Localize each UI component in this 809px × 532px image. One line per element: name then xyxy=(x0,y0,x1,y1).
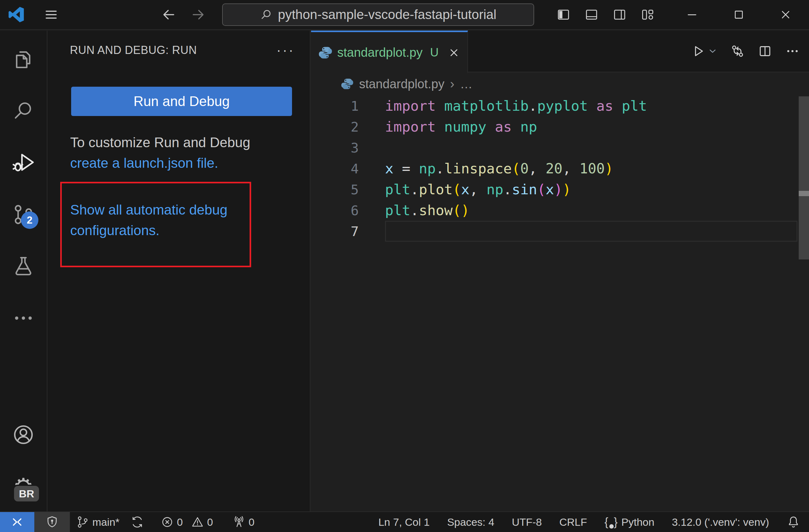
bell-icon[interactable] xyxy=(787,515,800,529)
sidebar-item-run-and-debug[interactable] xyxy=(11,150,36,175)
error-icon xyxy=(161,515,174,529)
error-count: 0 xyxy=(177,516,183,528)
forward-arrow-icon[interactable] xyxy=(190,7,206,22)
code-line[interactable]: 6plt.show() xyxy=(311,200,809,221)
problems-status[interactable]: 0 0 xyxy=(161,515,213,529)
breadcrumb-symbol[interactable]: … xyxy=(460,77,473,91)
code-line[interactable]: 7 xyxy=(311,221,809,242)
run-and-debug-sidebar: RUN AND DEBUG: RUN ··· Run and Debug To … xyxy=(48,31,310,511)
warning-count: 0 xyxy=(207,516,213,528)
maximize-button[interactable] xyxy=(716,0,762,29)
close-button[interactable] xyxy=(762,0,809,29)
sync-button[interactable] xyxy=(131,515,144,529)
run-icon[interactable] xyxy=(690,44,705,58)
line-number: 4 xyxy=(311,161,359,177)
toggle-primary-sidebar-icon[interactable] xyxy=(556,7,571,22)
line-number: 2 xyxy=(311,119,359,135)
customize-layout-icon[interactable] xyxy=(640,7,655,22)
minimize-icon xyxy=(686,8,699,21)
sidebar-item-search[interactable] xyxy=(11,99,36,124)
line-number: 1 xyxy=(311,98,359,114)
language-label: Python xyxy=(621,516,655,528)
line-content[interactable]: plt.show() xyxy=(385,200,809,221)
run-debug-icon xyxy=(12,151,35,174)
line-number: 3 xyxy=(311,140,359,156)
line-content[interactable] xyxy=(385,137,809,158)
python-interpreter[interactable]: 3.12.0 ('.venv': venv) xyxy=(672,516,769,528)
show-debug-configurations-link[interactable]: Show all automatic debug configurations. xyxy=(70,199,249,241)
workspace-trust-button[interactable] xyxy=(34,512,70,532)
search-icon xyxy=(12,100,35,123)
remote-indicator[interactable] xyxy=(0,512,34,532)
search-input[interactable]: python-sample-vscode-fastapi-tutorial xyxy=(222,3,534,26)
ports-status[interactable]: 0 xyxy=(233,515,255,529)
sidebar-item-explorer[interactable] xyxy=(11,47,36,72)
language-status[interactable]: {} Python xyxy=(605,515,655,529)
code-line[interactable]: 5plt.plot(x, np.sin(x)) xyxy=(311,179,809,200)
breadcrumb-separator: › xyxy=(450,76,454,91)
code-lines: 1import matplotlib.pyplot as plt2import … xyxy=(311,95,809,242)
sidebar-header: RUN AND DEBUG: RUN ··· xyxy=(48,31,310,57)
create-launch-json-link[interactable]: create a launch.json file. xyxy=(70,155,218,171)
warning-icon xyxy=(191,515,204,529)
run-and-debug-button[interactable]: Run and Debug xyxy=(71,87,292,116)
settings-button[interactable]: ⚙ BR xyxy=(11,474,36,499)
line-content[interactable] xyxy=(385,221,797,242)
breadcrumb-file[interactable]: standardplot.py xyxy=(359,77,445,91)
tab-close-icon[interactable] xyxy=(448,47,460,59)
accounts-button[interactable] xyxy=(11,422,36,447)
toggle-panel-icon[interactable] xyxy=(584,7,599,22)
radio-tower-icon xyxy=(233,515,245,529)
more-actions-icon[interactable] xyxy=(785,44,799,58)
encoding[interactable]: UTF-8 xyxy=(512,516,541,528)
close-icon xyxy=(779,8,792,21)
toggle-secondary-sidebar-icon[interactable] xyxy=(613,7,627,22)
python-icon xyxy=(341,78,354,90)
line-content[interactable]: x = np.linspace(0, 20, 100) xyxy=(385,158,809,179)
tab-label: standardplot.py xyxy=(337,46,423,59)
line-content[interactable]: plt.plot(x, np.sin(x)) xyxy=(385,179,809,200)
search-icon xyxy=(260,8,273,21)
account-icon xyxy=(12,423,35,446)
vertical-scrollbar[interactable] xyxy=(799,96,809,260)
search-value: python-sample-vscode-fastapi-tutorial xyxy=(278,7,496,22)
code-line[interactable]: 1import matplotlib.pyplot as plt xyxy=(311,95,809,116)
window-controls xyxy=(556,0,809,29)
status-left: main* 0 0 0 xyxy=(70,515,255,529)
minimize-button[interactable] xyxy=(669,0,716,29)
line-content[interactable]: import numpy as np xyxy=(385,116,809,137)
cursor-position[interactable]: Ln 7, Col 1 xyxy=(378,516,430,528)
sidebar-title: RUN AND DEBUG: RUN xyxy=(70,44,197,57)
menu-icon[interactable] xyxy=(44,7,59,22)
tab-bar: standardplot.py U xyxy=(311,31,809,72)
ports-count: 0 xyxy=(249,516,255,528)
indentation[interactable]: Spaces: 4 xyxy=(447,516,494,528)
sidebar-item-source-control[interactable]: 2 xyxy=(11,202,36,227)
chevron-down-icon[interactable] xyxy=(708,47,717,56)
branch-status[interactable]: main* xyxy=(76,515,120,529)
line-content[interactable]: import matplotlib.pyplot as plt xyxy=(385,95,809,116)
additional-views-icon[interactable] xyxy=(11,306,36,331)
editor-actions xyxy=(690,31,809,72)
customize-text: To customize Run and Debug xyxy=(70,132,288,153)
sidebar-item-testing[interactable] xyxy=(11,254,36,279)
vscode-window: python-sample-vscode-fastapi-tutorial xyxy=(0,0,809,532)
overview-ruler-marker xyxy=(799,191,809,196)
title-bar: python-sample-vscode-fastapi-tutorial xyxy=(0,0,809,30)
back-arrow-icon[interactable] xyxy=(161,7,177,22)
views-more-actions-icon[interactable]: ··· xyxy=(276,46,295,55)
source-control-badge: 2 xyxy=(21,211,38,229)
code-line[interactable]: 3 xyxy=(311,137,809,158)
python-icon xyxy=(319,46,332,59)
eol-sequence[interactable]: CRLF xyxy=(560,516,587,528)
split-editor-icon[interactable] xyxy=(758,44,772,58)
code-line[interactable]: 4x = np.linspace(0, 20, 100) xyxy=(311,158,809,179)
code-line[interactable]: 2import numpy as np xyxy=(311,116,809,137)
line-number: 6 xyxy=(311,203,359,218)
ellipsis-icon xyxy=(12,306,35,330)
language-status-icon: {} xyxy=(605,515,618,529)
status-bar: main* 0 0 0 Ln 7, Col xyxy=(0,511,809,532)
editor-group: standardplot.py U xyxy=(311,31,809,511)
compare-changes-icon[interactable] xyxy=(730,44,745,58)
tab-standardplot[interactable]: standardplot.py U xyxy=(311,31,468,73)
